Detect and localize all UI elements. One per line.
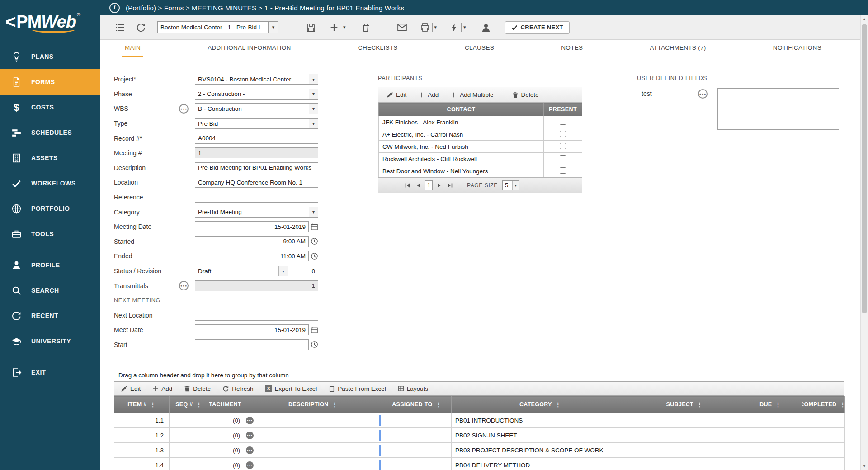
present-checkbox[interactable] xyxy=(560,131,566,137)
pmweb-logo[interactable]: <PMWeb® xyxy=(0,0,100,44)
type-dropdown[interactable]: Pre Bid▾ xyxy=(195,118,318,129)
tab-attachments[interactable]: ATTACHMENTS (7) xyxy=(647,40,709,57)
grid-refresh-button[interactable]: Refresh xyxy=(222,385,253,392)
last-page-button[interactable] xyxy=(446,181,454,190)
description-field[interactable] xyxy=(195,162,318,173)
row-menu-icon[interactable]: ●●● xyxy=(246,461,254,469)
grid-paste-excel-button[interactable]: Paste From Excel xyxy=(329,385,386,392)
started-time-field[interactable] xyxy=(195,236,309,247)
row-menu-icon[interactable]: ●●● xyxy=(246,432,254,439)
previous-page-button[interactable] xyxy=(414,181,422,190)
column-menu-icon[interactable]: ⋮ xyxy=(332,401,338,408)
chevron-down-icon[interactable]: ▾ xyxy=(278,266,288,276)
meeting-date-field[interactable] xyxy=(195,221,309,232)
record-selector-dropdown[interactable]: Boston Medical Center - 1 - Pre-Bid I ▾ xyxy=(157,21,278,33)
project-dropdown[interactable]: RVS0104 - Boston Medical Center▾ xyxy=(195,74,318,85)
grid-add-button[interactable]: Add xyxy=(152,385,172,392)
column-header-category[interactable]: CATEGORY⋮ xyxy=(452,396,629,413)
sidebar-item-workflows[interactable]: WORKFLOWS xyxy=(0,171,100,196)
create-next-button[interactable]: CREATE NEXT xyxy=(505,21,570,34)
next-location-field[interactable] xyxy=(195,310,318,321)
column-menu-icon[interactable]: ⋮ xyxy=(196,401,202,408)
vertical-scrollbar[interactable]: ▲ ▼ xyxy=(860,15,868,470)
sidebar-item-profile[interactable]: PROFILE xyxy=(0,252,100,278)
tab-main[interactable]: MAIN xyxy=(122,40,143,57)
present-checkbox[interactable] xyxy=(560,167,566,174)
category-dropdown[interactable]: Pre-Bid Meeting▾ xyxy=(195,207,318,218)
calendar-button[interactable] xyxy=(311,223,318,231)
sidebar-item-portfolio[interactable]: PORTFOLIO xyxy=(0,196,100,221)
wbs-lookup-button[interactable]: ●●● xyxy=(179,104,189,114)
chevron-down-icon[interactable]: ▾ xyxy=(309,74,318,84)
ended-time-field[interactable] xyxy=(195,251,309,261)
status-dropdown[interactable]: Draft▾ xyxy=(195,266,288,276)
column-header-item[interactable]: ITEM #⋮ xyxy=(114,396,170,413)
column-menu-icon[interactable]: ⋮ xyxy=(840,401,844,408)
sidebar-item-forms[interactable]: FORMS xyxy=(0,69,100,95)
location-field[interactable] xyxy=(195,177,318,188)
chevron-down-icon[interactable]: ▾ xyxy=(268,22,278,33)
chevron-down-icon[interactable]: ▾ xyxy=(434,24,437,30)
workflow-actions-button[interactable]: ▾ xyxy=(449,23,466,33)
chevron-down-icon[interactable]: ▾ xyxy=(463,24,466,30)
sidebar-item-schedules[interactable]: SCHEDULES xyxy=(0,120,100,145)
attachments-link[interactable]: (0) xyxy=(233,447,240,454)
column-header-due[interactable]: DUE⋮ xyxy=(740,396,801,413)
grid-edit-button[interactable]: Edit xyxy=(121,385,141,392)
info-icon[interactable]: i xyxy=(109,3,120,13)
delete-button[interactable] xyxy=(360,22,371,33)
next-page-button[interactable] xyxy=(435,181,443,190)
print-button[interactable]: ▾ xyxy=(420,22,437,33)
group-by-bar[interactable]: Drag a column header and drop it here to… xyxy=(114,369,844,382)
chevron-down-icon[interactable]: ▾ xyxy=(309,119,318,128)
attachments-link[interactable]: (0) xyxy=(233,462,240,469)
tab-clauses[interactable]: CLAUSES xyxy=(462,40,497,57)
column-menu-icon[interactable]: ⋮ xyxy=(775,401,781,408)
column-menu-icon[interactable]: ⋮ xyxy=(435,401,441,408)
sidebar-item-university[interactable]: UNIVERSITY xyxy=(0,328,100,354)
scroll-up-arrow[interactable]: ▲ xyxy=(861,15,868,23)
meet-date-field[interactable] xyxy=(195,324,309,335)
tab-notes[interactable]: NOTES xyxy=(558,40,585,57)
revision-field[interactable] xyxy=(295,266,318,276)
present-checkbox[interactable] xyxy=(560,119,566,125)
attachments-link[interactable]: (0) xyxy=(233,417,240,424)
first-page-button[interactable] xyxy=(403,181,411,190)
records-list-button[interactable] xyxy=(115,22,126,33)
chevron-down-icon[interactable]: ▾ xyxy=(512,181,519,190)
column-header-assigned-to[interactable]: ASSIGNED TO⋮ xyxy=(382,396,452,413)
participants-delete-button[interactable]: Delete xyxy=(512,91,539,98)
participants-add-multiple-button[interactable]: Add Multiple xyxy=(451,91,493,98)
reference-field[interactable] xyxy=(195,192,318,203)
grid-layouts-button[interactable]: Layouts xyxy=(398,385,428,392)
chevron-down-icon[interactable]: ▾ xyxy=(309,104,318,114)
transmittals-lookup-button[interactable]: ●●● xyxy=(179,281,189,290)
column-header-contact[interactable]: CONTACT xyxy=(379,103,544,116)
participants-add-button[interactable]: Add xyxy=(419,91,439,98)
column-header-present[interactable]: PRESENT xyxy=(544,103,582,116)
sidebar-item-recent[interactable]: RECENT xyxy=(0,303,100,328)
clock-button[interactable] xyxy=(311,252,318,260)
present-checkbox[interactable] xyxy=(560,155,566,161)
chevron-down-icon[interactable]: ▾ xyxy=(309,89,318,99)
breadcrumb-portfolio-link[interactable]: (Portfolio) xyxy=(126,4,156,12)
sidebar-item-tools[interactable]: TOOLS xyxy=(0,221,100,247)
column-header-description[interactable]: DESCRIPTION⋮ xyxy=(244,396,382,413)
save-button[interactable] xyxy=(306,22,316,33)
scrollbar-thumb[interactable] xyxy=(862,24,867,313)
sidebar-item-exit[interactable]: EXIT xyxy=(0,360,100,385)
column-menu-icon[interactable]: ⋮ xyxy=(697,401,703,408)
sidebar-item-assets[interactable]: ASSETS xyxy=(0,145,100,171)
attachments-link[interactable]: (0) xyxy=(233,432,240,439)
sidebar-item-plans[interactable]: PLANS xyxy=(0,44,100,69)
scroll-down-arrow[interactable]: ▼ xyxy=(861,462,868,470)
phase-dropdown[interactable]: 2 - Construction -▾ xyxy=(195,89,318,100)
clock-button[interactable] xyxy=(311,341,318,348)
email-button[interactable] xyxy=(396,22,408,33)
column-header-subject[interactable]: SUBJECT⋮ xyxy=(629,396,740,413)
column-menu-icon[interactable]: ⋮ xyxy=(150,401,156,408)
column-menu-icon[interactable]: ⋮ xyxy=(555,401,561,408)
udf-text-area[interactable] xyxy=(717,88,839,130)
column-header-attachment[interactable]: ATTACHMENT⋮ xyxy=(208,396,244,413)
user-button[interactable] xyxy=(481,22,491,33)
